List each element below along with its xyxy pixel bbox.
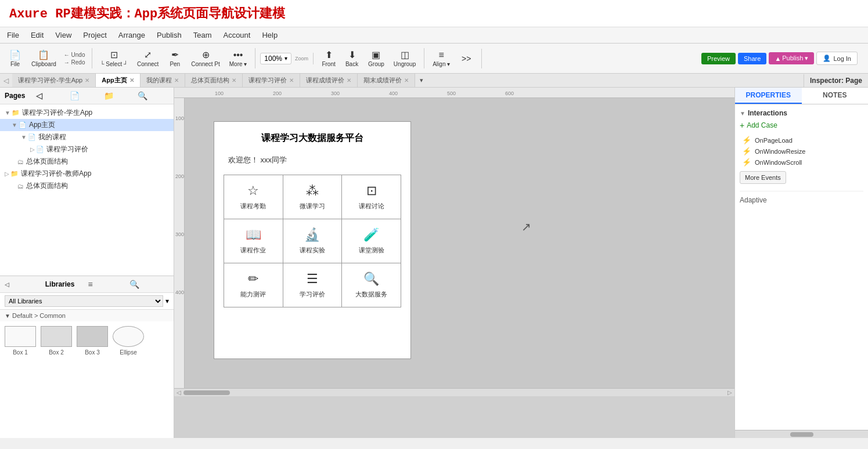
align-btn[interactable]: ≡ Align ▾ xyxy=(429,49,453,68)
grid-item-5[interactable]: 🧪 课堂测验 xyxy=(342,219,401,263)
preview-button[interactable]: Preview xyxy=(701,53,736,64)
tab-more[interactable]: ▾ xyxy=(415,74,428,86)
tab-1[interactable]: App主页 ✕ xyxy=(96,74,140,87)
tree-expand-5[interactable]: ▷ xyxy=(5,171,9,177)
tab-4[interactable]: 课程学习评价 ✕ xyxy=(243,74,300,87)
tree-item-2[interactable]: ▼ 📄 我的课程 xyxy=(0,131,174,143)
menu-help[interactable]: Help xyxy=(260,30,280,41)
inspector-scrollbar[interactable] xyxy=(735,430,868,438)
grid-label-0: 课程考勤 xyxy=(240,202,266,211)
tab-0[interactable]: 课程学习评价-学生App ✕ xyxy=(12,74,96,87)
event-item-0[interactable]: ⚡ OnPageLoad xyxy=(740,135,863,146)
pages-search-btn[interactable]: 🔍 xyxy=(135,90,169,102)
grid-item-2[interactable]: ⊡ 课程讨论 xyxy=(342,175,401,219)
select-btn[interactable]: ⊡ └ Select ┘ xyxy=(97,48,132,68)
tab-2-close[interactable]: ✕ xyxy=(174,77,179,84)
tree-expand-0[interactable]: ▼ xyxy=(5,110,10,116)
lib-item-box1[interactable]: Box 1 xyxy=(5,326,36,356)
tab-3-close[interactable]: ✕ xyxy=(232,77,236,84)
back-icon: ⬇ xyxy=(348,49,356,60)
login-button[interactable]: 👤 Log In xyxy=(816,52,858,65)
pages-add-btn[interactable]: 📄 xyxy=(67,90,101,102)
connect-pt-btn[interactable]: ⊕ Connect Pt xyxy=(188,48,223,68)
grid-icon-4: 🔬 xyxy=(304,227,320,242)
redo-btn[interactable]: → Redo xyxy=(62,59,87,66)
scroll-right-btn[interactable]: ▷ xyxy=(725,389,734,396)
tree-expand-2[interactable]: ▼ xyxy=(21,134,27,140)
menu-view[interactable]: View xyxy=(53,30,74,41)
tree-expand-3[interactable]: ▷ xyxy=(30,146,35,153)
menu-edit[interactable]: Edit xyxy=(28,30,46,41)
interactions-header: ▼ Interactions xyxy=(740,109,863,117)
tab-notes[interactable]: NOTES xyxy=(802,88,869,104)
tree-expand-1[interactable]: ▼ xyxy=(12,122,17,128)
tree-item-5[interactable]: ▷ 📁 课程学习评价-教师App xyxy=(0,168,174,180)
connect-btn[interactable]: ⤢ Connect xyxy=(134,48,162,68)
grid-item-3[interactable]: 📖 课程作业 xyxy=(224,219,283,263)
scroll-left-btn[interactable]: ◁ xyxy=(174,389,183,396)
tab-properties[interactable]: PROPERTIES xyxy=(735,88,802,104)
more-events-btn[interactable]: More Events xyxy=(740,171,786,184)
lib-item-box2[interactable]: Box 2 xyxy=(41,326,72,356)
lib-filter-select[interactable]: All Libraries xyxy=(5,295,163,307)
publish-button[interactable]: ▲ Publish ▾ xyxy=(769,52,814,64)
user-icon: 👤 xyxy=(823,55,831,62)
menu-publish[interactable]: Publish xyxy=(154,30,184,41)
menu-arrange[interactable]: Arrange xyxy=(116,30,147,41)
event-item-2[interactable]: ⚡ OnWindowScroll xyxy=(740,157,863,168)
menu-file[interactable]: File xyxy=(5,30,21,41)
add-case-btn[interactable]: + Add Case xyxy=(740,121,863,130)
more-btn[interactable]: ••• More ▾ xyxy=(226,49,251,68)
menu-account[interactable]: Account xyxy=(221,30,253,41)
menu-team[interactable]: Team xyxy=(191,30,214,41)
zoom-control[interactable]: 100% ▾ xyxy=(260,53,291,64)
page-title: Axure RP建模实践：App系统页面导航设计建模 xyxy=(9,5,859,22)
undo-btn[interactable]: ← Undo xyxy=(62,51,87,59)
lib-filter-dropdown[interactable]: ▾ xyxy=(165,297,169,305)
pen-btn[interactable]: ✒ Pen xyxy=(164,48,185,68)
group-btn[interactable]: ▣ Group xyxy=(365,48,388,68)
grid-item-1[interactable]: ⁂ 微课学习 xyxy=(283,175,343,219)
grid-item-4[interactable]: 🔬 课程实验 xyxy=(283,219,343,263)
pages-folder-btn[interactable]: 📁 xyxy=(102,90,135,102)
clipboard-btn[interactable]: 📋 Clipboard xyxy=(28,48,60,68)
front-btn[interactable]: ⬆ Front xyxy=(318,48,339,68)
file-btn[interactable]: 📄 File xyxy=(5,48,26,68)
tree-item-4[interactable]: ▷ 🗂 总体页面结构 xyxy=(0,155,174,168)
lib-back-btn[interactable]: ◁ xyxy=(5,281,42,288)
tree-item-6[interactable]: ▷ 🗂 总体页面结构 xyxy=(0,180,174,192)
inspector-tabs: PROPERTIES NOTES xyxy=(735,88,868,104)
tab-5[interactable]: 课程成绩评价 ✕ xyxy=(300,74,358,87)
tab-5-close[interactable]: ✕ xyxy=(347,77,351,84)
grid-item-7[interactable]: ☰ 学习评价 xyxy=(283,263,343,307)
back-btn[interactable]: ⬇ Back xyxy=(341,48,362,68)
tab-1-close[interactable]: ✕ xyxy=(129,77,134,84)
grid-item-8[interactable]: 🔍 大数据服务 xyxy=(342,263,401,307)
tab-2[interactable]: 我的课程 ✕ xyxy=(141,74,185,87)
canvas-scrollbar[interactable]: ◁ ▷ xyxy=(174,388,734,396)
tab-0-close[interactable]: ✕ xyxy=(85,77,89,84)
tab-6[interactable]: 期末成绩评价 ✕ xyxy=(358,74,415,87)
lib-item-box3[interactable]: Box 3 xyxy=(77,326,108,356)
tree-item-1[interactable]: ▼ 📄 App主页 xyxy=(0,119,174,131)
tab-4-close[interactable]: ✕ xyxy=(289,77,294,84)
event-item-1[interactable]: ⚡ OnWindowResize xyxy=(740,146,863,157)
grid-item-0[interactable]: ☆ 课程考勤 xyxy=(224,175,283,219)
expand-btn[interactable]: >> xyxy=(456,53,477,64)
grid-label-4: 课程实验 xyxy=(300,246,325,255)
share-button[interactable]: Share xyxy=(738,53,766,64)
design-canvas[interactable]: 课程学习大数据服务平台 欢迎您！ xxx同学 ☆ 课程考勤 ⁂ 微课学习 ⊡ xyxy=(185,98,734,388)
lib-search-btn[interactable]: 🔍 xyxy=(127,278,169,290)
pages-back-btn[interactable]: ◁ xyxy=(34,90,67,102)
tab-scroll-left[interactable]: ◁ xyxy=(0,74,12,87)
grid-item-6[interactable]: ✏ 能力测评 xyxy=(224,263,283,307)
tree-item-0[interactable]: ▼ 📁 课程学习评价-学生App xyxy=(0,107,174,119)
scrollbar-thumb[interactable] xyxy=(183,390,230,395)
ungroup-btn[interactable]: ◫ Ungroup xyxy=(390,48,419,68)
menu-project[interactable]: Project xyxy=(81,30,109,41)
tab-6-close[interactable]: ✕ xyxy=(404,77,409,84)
lib-item-ellipse[interactable]: Ellipse xyxy=(113,326,144,356)
tab-3[interactable]: 总体页面结构 ✕ xyxy=(185,74,243,87)
lib-menu-btn[interactable]: ≡ xyxy=(86,278,128,290)
tree-item-3[interactable]: ▷ 📄 课程学习评价 xyxy=(0,143,174,155)
